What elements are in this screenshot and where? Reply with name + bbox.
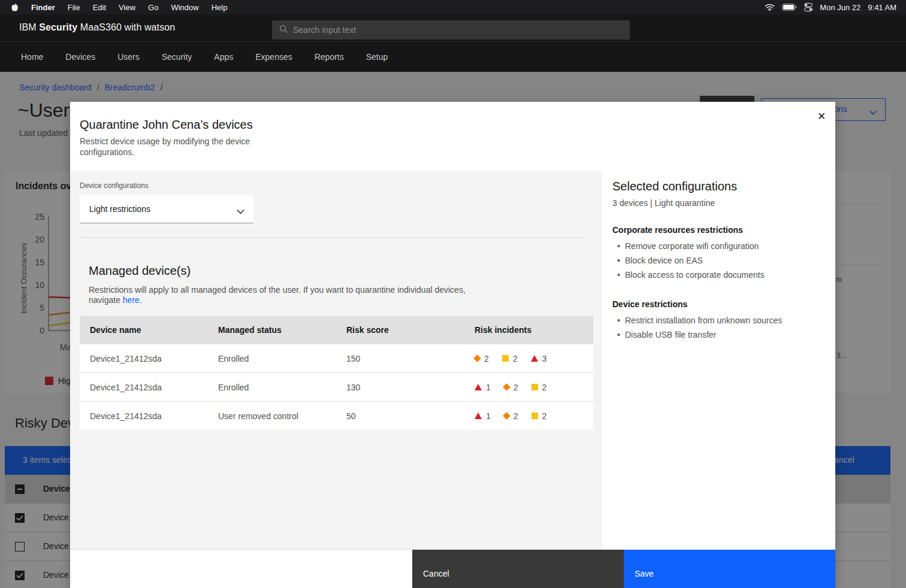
- menu-date[interactable]: Mon Jun 22: [820, 3, 860, 12]
- triangle-icon: [475, 384, 482, 390]
- modal-header: Quarantine John Cena’s devices Restrict …: [70, 102, 835, 171]
- risk-score-cell: 150: [336, 344, 464, 372]
- risk-incident: 2: [475, 354, 489, 363]
- global-search: [272, 20, 630, 40]
- nav-item-users[interactable]: Users: [117, 52, 140, 62]
- menu-items: FileEditViewGoWindowHelp: [68, 3, 228, 12]
- restriction-list: Restrict installation from unknown sourc…: [612, 313, 825, 342]
- selected-configurations-panel: Selected configurations 3 devices | Ligh…: [602, 171, 835, 588]
- modal-subtitle: Restrict device usage by modifying the d…: [80, 136, 271, 157]
- risk-incident-count: 2: [542, 411, 547, 421]
- restriction-item: Remove corporate wifi configuration: [612, 239, 825, 253]
- device-name-cell: Device1_21412sda: [80, 402, 208, 430]
- risk-score-cell: 130: [336, 373, 464, 401]
- brand-title: IBM Security MaaS360 with watson: [19, 22, 175, 33]
- menu-bar-status: Mon Jun 22 9:41 AM: [765, 3, 906, 12]
- risk-incident: 1: [475, 383, 491, 392]
- nav-item-security[interactable]: Security: [162, 52, 192, 62]
- restriction-group-title: Corporate resources restrictions: [612, 225, 825, 235]
- battery-icon[interactable]: [782, 4, 797, 11]
- restriction-item: Block access to corporate documents: [612, 268, 825, 282]
- quarantine-modal: Quarantine John Cena’s devices Restrict …: [70, 102, 835, 588]
- cancel-button[interactable]: Cancel: [412, 550, 624, 588]
- square-icon: [531, 384, 538, 390]
- table-row[interactable]: Device1_21412sdaUser removed control5012…: [80, 401, 593, 430]
- managed-description-text: Restrictions will apply to all managed d…: [89, 285, 466, 305]
- table-row[interactable]: Device1_21412sdaEnrolled150223: [80, 344, 593, 372]
- menu-item-window[interactable]: Window: [171, 3, 198, 12]
- close-icon[interactable]: ✕: [812, 107, 831, 126]
- risk-incident-count: 2: [514, 383, 518, 392]
- menu-item-file[interactable]: File: [68, 3, 80, 12]
- nav-item-setup[interactable]: Setup: [366, 52, 388, 62]
- menu-item-go[interactable]: Go: [148, 3, 158, 12]
- masthead: IBM Security MaaS360 with watson: [0, 14, 906, 42]
- menu-item-help[interactable]: Help: [212, 3, 228, 12]
- restriction-item: Block device on EAS: [612, 253, 825, 268]
- managed-status-cell: Enrolled: [208, 373, 336, 401]
- brand-prefix: IBM: [19, 22, 37, 32]
- wifi-icon[interactable]: [765, 4, 775, 11]
- risk-incident: 3: [531, 354, 547, 363]
- nav-item-devices[interactable]: Devices: [65, 52, 95, 62]
- macos-menu-bar: Finder FileEditViewGoWindowHelp Mon Jun …: [0, 0, 906, 14]
- diamond-icon: [503, 383, 511, 391]
- nav-item-reports[interactable]: Reports: [315, 52, 344, 62]
- save-button[interactable]: Save: [624, 550, 835, 588]
- selected-configurations-summary: 3 devices | Light quarantine: [612, 198, 825, 208]
- diamond-icon: [473, 354, 481, 362]
- risk-incident-count: 3: [542, 354, 547, 363]
- restriction-groups: Corporate resources restrictionsRemove c…: [612, 225, 825, 342]
- risk-incident-count: 2: [542, 383, 547, 392]
- managed-table-body: Device1_21412sdaEnrolled150223Device1_21…: [80, 344, 593, 430]
- control-center-icon[interactable]: [804, 3, 813, 11]
- risk-incident: 2: [504, 383, 518, 392]
- brand-suffix: MaaS360 with watson: [80, 22, 175, 32]
- device-name-cell: Device1_21412sda: [80, 344, 208, 372]
- menu-bar-left: Finder FileEditViewGoWindowHelp: [0, 3, 227, 12]
- chevron-down-icon: [237, 206, 244, 217]
- risk-incidents-cell: 122: [464, 402, 593, 430]
- menu-item-view[interactable]: View: [119, 3, 135, 12]
- triangle-icon: [531, 355, 538, 362]
- dropdown-selected-value: Light restrictions: [89, 204, 150, 214]
- search-input[interactable]: [293, 25, 623, 35]
- menu-app-name[interactable]: Finder: [31, 3, 55, 12]
- nav-item-apps[interactable]: Apps: [214, 52, 233, 62]
- column-header: Risk incidents: [464, 316, 593, 344]
- restriction-list: Remove corporate wifi configurationBlock…: [612, 239, 825, 282]
- risk-incidents-cell: 223: [464, 344, 593, 372]
- modal-title: Quarantine John Cena’s devices: [80, 118, 253, 132]
- risk-incident-count: 1: [486, 383, 491, 392]
- divider: [70, 549, 412, 550]
- apple-icon[interactable]: [11, 3, 19, 12]
- restriction-item: Disable USB file transfer: [612, 328, 825, 342]
- triangle-icon: [475, 413, 482, 419]
- menu-item-edit[interactable]: Edit: [93, 3, 106, 12]
- nav-item-expenses[interactable]: Expenses: [255, 52, 292, 62]
- modal-body-left: Device configurations Light restrictions…: [70, 171, 602, 550]
- diamond-icon: [503, 412, 511, 420]
- column-header: Risk score: [336, 316, 464, 344]
- risk-incident: 2: [502, 354, 518, 363]
- restriction-item: Restrict installation from unknown sourc…: [612, 313, 825, 328]
- square-icon: [502, 355, 509, 362]
- managed-devices-table: Device nameManaged statusRisk scoreRisk …: [80, 316, 593, 430]
- device-configurations-label: Device configurations: [80, 181, 149, 190]
- risk-incident: 2: [531, 411, 547, 421]
- risk-incident: 1: [475, 411, 491, 421]
- column-header: Device name: [80, 316, 208, 344]
- risk-incident-count: 2: [484, 354, 489, 363]
- selected-configurations-heading: Selected configurations: [612, 180, 825, 193]
- menu-time[interactable]: 9:41 AM: [868, 3, 896, 12]
- risk-incidents-cell: 122: [464, 373, 593, 401]
- nav-item-home[interactable]: Home: [21, 52, 43, 62]
- managed-devices-heading: Managed device(s): [89, 264, 191, 278]
- column-header: Managed status: [208, 316, 336, 344]
- brand-bold: Security: [39, 22, 77, 32]
- restriction-group-title: Device restrictions: [612, 299, 825, 309]
- device-configurations-dropdown[interactable]: Light restrictions: [80, 195, 253, 223]
- table-row[interactable]: Device1_21412sdaEnrolled130122: [80, 372, 593, 401]
- here-link[interactable]: here.: [123, 295, 142, 305]
- risk-score-cell: 50: [336, 402, 464, 430]
